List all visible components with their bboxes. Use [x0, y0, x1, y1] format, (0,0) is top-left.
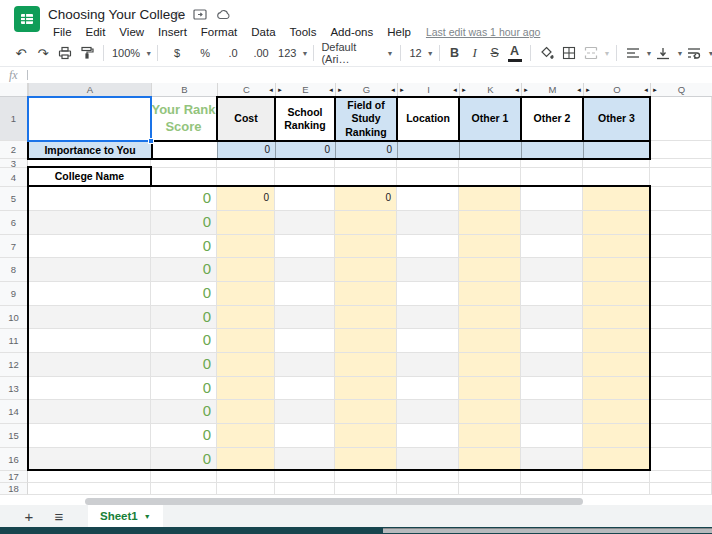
- text-wrap-icon[interactable]: [683, 42, 705, 64]
- cell-Q6[interactable]: [650, 211, 712, 235]
- cell-E1[interactable]: School Ranking: [274, 96, 336, 142]
- cell-M5[interactable]: [521, 187, 583, 211]
- cell-E9[interactable]: [275, 282, 335, 306]
- fill-color-icon[interactable]: [536, 42, 558, 64]
- cell-I11[interactable]: [397, 329, 459, 353]
- cell-K12[interactable]: [459, 353, 521, 377]
- sheets-logo-icon[interactable]: [14, 6, 40, 32]
- cell-I2[interactable]: [397, 142, 459, 158]
- row-header-14[interactable]: 14: [0, 400, 28, 424]
- cell-A12[interactable]: [28, 353, 151, 377]
- cloud-saved-icon[interactable]: [216, 6, 231, 24]
- cell-G17[interactable]: [335, 471, 397, 483]
- cell-M12[interactable]: [521, 353, 583, 377]
- star-icon[interactable]: ☆: [172, 8, 184, 23]
- cell-O2[interactable]: [583, 142, 649, 158]
- cell-C2[interactable]: 0: [217, 142, 275, 158]
- cell-A16[interactable]: [28, 448, 151, 471]
- cell-O3[interactable]: [583, 159, 650, 168]
- horizontal-scrollbar[interactable]: [85, 498, 583, 505]
- cell-K7[interactable]: [459, 235, 521, 258]
- cell-C17[interactable]: [217, 471, 275, 483]
- font-select[interactable]: Default (Ari…▼: [319, 41, 395, 65]
- cell-B1[interactable]: Your Rank Score: [151, 97, 217, 141]
- more-formats-button[interactable]: 123: [275, 47, 299, 59]
- cell-B16[interactable]: 0: [151, 448, 217, 471]
- cell-Q8[interactable]: [650, 258, 712, 282]
- hidden-columns-marker-right-icon[interactable]: ►: [461, 83, 469, 97]
- cell-M11[interactable]: [521, 329, 583, 353]
- cell-G6[interactable]: [335, 211, 397, 235]
- cell-M4[interactable]: [521, 168, 583, 187]
- cell-I13[interactable]: [397, 377, 459, 400]
- vertical-align-icon[interactable]: [652, 42, 674, 64]
- cell-Q12[interactable]: [650, 353, 712, 377]
- cell-K9[interactable]: [459, 282, 521, 306]
- cell-K6[interactable]: [459, 211, 521, 235]
- cell-O16[interactable]: [583, 448, 650, 471]
- cell-Q11[interactable]: [650, 329, 712, 353]
- redo-icon[interactable]: ↷: [32, 42, 54, 64]
- cell-E2[interactable]: 0: [275, 142, 335, 158]
- cell-G1[interactable]: Field of Study Ranking: [334, 96, 398, 142]
- cell-M7[interactable]: [521, 235, 583, 258]
- cell-M15[interactable]: [521, 424, 583, 448]
- cell-A11[interactable]: [28, 329, 151, 353]
- cell-I15[interactable]: [397, 424, 459, 448]
- cell-C13[interactable]: [217, 377, 275, 400]
- cell-M8[interactable]: [521, 258, 583, 282]
- cell-B11[interactable]: 0: [151, 329, 217, 353]
- row-header-8[interactable]: 8: [0, 258, 28, 282]
- cell-C18[interactable]: [217, 483, 275, 495]
- cell-K8[interactable]: [459, 258, 521, 282]
- cell-I8[interactable]: [397, 258, 459, 282]
- cell-A4[interactable]: College Name: [27, 166, 152, 187]
- cell-G14[interactable]: [335, 400, 397, 424]
- cell-E5[interactable]: [275, 187, 335, 211]
- font-size-select[interactable]: 12: [406, 47, 424, 59]
- cell-K14[interactable]: [459, 400, 521, 424]
- cell-B18[interactable]: [151, 483, 217, 495]
- hidden-columns-marker-right-icon[interactable]: ►: [652, 83, 660, 97]
- undo-icon[interactable]: ↶: [10, 42, 32, 64]
- menu-format[interactable]: Format: [194, 26, 244, 38]
- hidden-columns-marker-right-icon[interactable]: ►: [523, 83, 531, 97]
- cell-I4[interactable]: [397, 168, 459, 187]
- cell-K5[interactable]: [459, 187, 521, 211]
- cell-C1[interactable]: Cost: [216, 96, 276, 142]
- cell-K15[interactable]: [459, 424, 521, 448]
- cell-O1[interactable]: Other 3: [582, 96, 651, 142]
- cell-O7[interactable]: [583, 235, 650, 258]
- cell-C9[interactable]: [217, 282, 275, 306]
- column-header-O[interactable]: O: [583, 83, 650, 97]
- cell-C15[interactable]: [217, 424, 275, 448]
- cell-O6[interactable]: [583, 211, 650, 235]
- cell-C5[interactable]: 0: [217, 187, 275, 211]
- cell-E7[interactable]: [275, 235, 335, 258]
- cell-M14[interactable]: [521, 400, 583, 424]
- row-header-4[interactable]: 4: [0, 168, 28, 187]
- cell-O13[interactable]: [583, 377, 650, 400]
- menu-addons[interactable]: Add-ons: [323, 26, 380, 38]
- cell-A14[interactable]: [28, 400, 151, 424]
- cell-B13[interactable]: 0: [151, 377, 217, 400]
- sheet-tab-active[interactable]: Sheet1▼: [88, 505, 163, 527]
- row-header-10[interactable]: 10: [0, 306, 28, 329]
- cell-A1[interactable]: [28, 97, 151, 141]
- cell-O15[interactable]: [583, 424, 650, 448]
- row-header-6[interactable]: 6: [0, 211, 28, 235]
- cell-E3[interactable]: [275, 159, 335, 168]
- cell-G10[interactable]: [335, 306, 397, 329]
- cell-K1[interactable]: Other 1: [458, 96, 522, 142]
- cell-K17[interactable]: [459, 471, 521, 483]
- cell-K10[interactable]: [459, 306, 521, 329]
- cell-B4[interactable]: [151, 168, 217, 187]
- row-header-5[interactable]: 5: [0, 187, 28, 211]
- cell-E6[interactable]: [275, 211, 335, 235]
- row-header-17[interactable]: 17: [0, 471, 28, 483]
- row-header-3[interactable]: 3: [0, 159, 28, 168]
- cell-G4[interactable]: [335, 168, 397, 187]
- cell-A13[interactable]: [28, 377, 151, 400]
- cell-B2[interactable]: [153, 142, 217, 158]
- cell-C8[interactable]: [217, 258, 275, 282]
